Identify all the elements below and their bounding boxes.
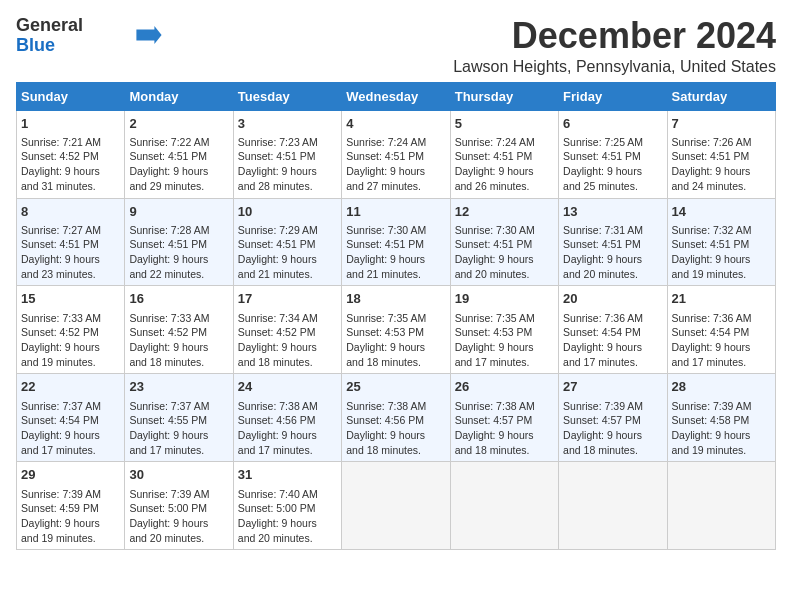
day-info: and 28 minutes. bbox=[238, 179, 337, 194]
svg-marker-0 bbox=[136, 26, 161, 44]
day-cell: 21Sunrise: 7:36 AMSunset: 4:54 PMDayligh… bbox=[667, 286, 775, 374]
day-cell: 11Sunrise: 7:30 AMSunset: 4:51 PMDayligh… bbox=[342, 198, 450, 286]
day-info: Sunset: 5:00 PM bbox=[238, 501, 337, 516]
day-number: 21 bbox=[672, 290, 771, 308]
day-number: 16 bbox=[129, 290, 228, 308]
day-cell: 6Sunrise: 7:25 AMSunset: 4:51 PMDaylight… bbox=[559, 110, 667, 198]
day-info: Daylight: 9 hours bbox=[563, 252, 662, 267]
day-info: Sunset: 4:56 PM bbox=[238, 413, 337, 428]
day-info: Sunrise: 7:24 AM bbox=[455, 135, 554, 150]
day-info: Sunset: 4:51 PM bbox=[455, 237, 554, 252]
day-info: Sunset: 4:53 PM bbox=[346, 325, 445, 340]
day-info: Sunset: 4:51 PM bbox=[346, 237, 445, 252]
day-info: and 22 minutes. bbox=[129, 267, 228, 282]
day-info: Sunset: 4:51 PM bbox=[238, 237, 337, 252]
day-info: and 19 minutes. bbox=[21, 355, 120, 370]
day-number: 24 bbox=[238, 378, 337, 396]
day-info: Daylight: 9 hours bbox=[672, 252, 771, 267]
day-cell bbox=[342, 462, 450, 550]
day-cell: 12Sunrise: 7:30 AMSunset: 4:51 PMDayligh… bbox=[450, 198, 558, 286]
day-number: 11 bbox=[346, 203, 445, 221]
day-info: Daylight: 9 hours bbox=[238, 516, 337, 531]
day-cell: 3Sunrise: 7:23 AMSunset: 4:51 PMDaylight… bbox=[233, 110, 341, 198]
day-info: Daylight: 9 hours bbox=[455, 340, 554, 355]
day-cell: 30Sunrise: 7:39 AMSunset: 5:00 PMDayligh… bbox=[125, 462, 233, 550]
day-info: and 18 minutes. bbox=[346, 443, 445, 458]
day-cell: 16Sunrise: 7:33 AMSunset: 4:52 PMDayligh… bbox=[125, 286, 233, 374]
day-number: 13 bbox=[563, 203, 662, 221]
day-cell: 31Sunrise: 7:40 AMSunset: 5:00 PMDayligh… bbox=[233, 462, 341, 550]
day-info: and 20 minutes. bbox=[129, 531, 228, 546]
day-info: Sunrise: 7:39 AM bbox=[21, 487, 120, 502]
day-info: Daylight: 9 hours bbox=[672, 428, 771, 443]
subtitle: Lawson Heights, Pennsylvania, United Sta… bbox=[453, 58, 776, 76]
day-info: Sunrise: 7:36 AM bbox=[563, 311, 662, 326]
day-info: Sunrise: 7:39 AM bbox=[563, 399, 662, 414]
day-cell: 8Sunrise: 7:27 AMSunset: 4:51 PMDaylight… bbox=[17, 198, 125, 286]
day-number: 26 bbox=[455, 378, 554, 396]
day-info: Sunrise: 7:37 AM bbox=[129, 399, 228, 414]
day-cell: 2Sunrise: 7:22 AMSunset: 4:51 PMDaylight… bbox=[125, 110, 233, 198]
day-info: Daylight: 9 hours bbox=[455, 164, 554, 179]
day-info: Daylight: 9 hours bbox=[346, 428, 445, 443]
col-header-saturday: Saturday bbox=[667, 82, 775, 110]
day-info: Sunrise: 7:39 AM bbox=[129, 487, 228, 502]
day-info: Daylight: 9 hours bbox=[21, 164, 120, 179]
day-number: 27 bbox=[563, 378, 662, 396]
day-info: and 18 minutes. bbox=[238, 355, 337, 370]
day-info: Sunrise: 7:37 AM bbox=[21, 399, 120, 414]
day-number: 30 bbox=[129, 466, 228, 484]
day-info: Daylight: 9 hours bbox=[129, 252, 228, 267]
day-number: 18 bbox=[346, 290, 445, 308]
day-number: 22 bbox=[21, 378, 120, 396]
day-info: Daylight: 9 hours bbox=[129, 164, 228, 179]
day-cell: 26Sunrise: 7:38 AMSunset: 4:57 PMDayligh… bbox=[450, 374, 558, 462]
day-info: Sunset: 4:58 PM bbox=[672, 413, 771, 428]
day-info: Sunset: 4:54 PM bbox=[672, 325, 771, 340]
day-info: and 26 minutes. bbox=[455, 179, 554, 194]
day-cell: 7Sunrise: 7:26 AMSunset: 4:51 PMDaylight… bbox=[667, 110, 775, 198]
day-number: 9 bbox=[129, 203, 228, 221]
header: GeneralBlue December 2024 Lawson Heights… bbox=[16, 16, 776, 76]
logo: GeneralBlue bbox=[16, 16, 163, 56]
day-info: Sunset: 4:51 PM bbox=[563, 237, 662, 252]
day-info: Daylight: 9 hours bbox=[129, 516, 228, 531]
week-row-5: 29Sunrise: 7:39 AMSunset: 4:59 PMDayligh… bbox=[17, 462, 776, 550]
day-info: Sunrise: 7:39 AM bbox=[672, 399, 771, 414]
day-cell: 17Sunrise: 7:34 AMSunset: 4:52 PMDayligh… bbox=[233, 286, 341, 374]
day-info: and 18 minutes. bbox=[129, 355, 228, 370]
day-info: Sunset: 4:54 PM bbox=[563, 325, 662, 340]
day-info: Sunrise: 7:27 AM bbox=[21, 223, 120, 238]
day-info: Sunset: 4:55 PM bbox=[129, 413, 228, 428]
day-info: Daylight: 9 hours bbox=[238, 252, 337, 267]
day-cell bbox=[450, 462, 558, 550]
day-info: Sunset: 4:57 PM bbox=[563, 413, 662, 428]
logo-text: GeneralBlue bbox=[16, 16, 83, 56]
day-info: Sunrise: 7:31 AM bbox=[563, 223, 662, 238]
day-info: Sunset: 4:53 PM bbox=[455, 325, 554, 340]
day-info: Daylight: 9 hours bbox=[346, 340, 445, 355]
day-cell bbox=[667, 462, 775, 550]
day-number: 20 bbox=[563, 290, 662, 308]
day-cell: 23Sunrise: 7:37 AMSunset: 4:55 PMDayligh… bbox=[125, 374, 233, 462]
day-cell: 24Sunrise: 7:38 AMSunset: 4:56 PMDayligh… bbox=[233, 374, 341, 462]
day-info: Daylight: 9 hours bbox=[346, 252, 445, 267]
day-info: and 19 minutes. bbox=[672, 267, 771, 282]
day-info: Sunrise: 7:30 AM bbox=[455, 223, 554, 238]
day-number: 4 bbox=[346, 115, 445, 133]
day-info: Daylight: 9 hours bbox=[238, 340, 337, 355]
day-info: Sunset: 4:51 PM bbox=[563, 149, 662, 164]
day-info: and 24 minutes. bbox=[672, 179, 771, 194]
day-info: Sunrise: 7:29 AM bbox=[238, 223, 337, 238]
day-info: Daylight: 9 hours bbox=[129, 340, 228, 355]
day-info: Sunrise: 7:34 AM bbox=[238, 311, 337, 326]
day-info: and 20 minutes. bbox=[238, 531, 337, 546]
day-info: Daylight: 9 hours bbox=[672, 164, 771, 179]
day-cell: 22Sunrise: 7:37 AMSunset: 4:54 PMDayligh… bbox=[17, 374, 125, 462]
day-cell: 15Sunrise: 7:33 AMSunset: 4:52 PMDayligh… bbox=[17, 286, 125, 374]
day-info: Daylight: 9 hours bbox=[672, 340, 771, 355]
day-info: Sunset: 4:51 PM bbox=[238, 149, 337, 164]
day-info: and 27 minutes. bbox=[346, 179, 445, 194]
day-info: Sunset: 4:51 PM bbox=[455, 149, 554, 164]
day-cell: 13Sunrise: 7:31 AMSunset: 4:51 PMDayligh… bbox=[559, 198, 667, 286]
